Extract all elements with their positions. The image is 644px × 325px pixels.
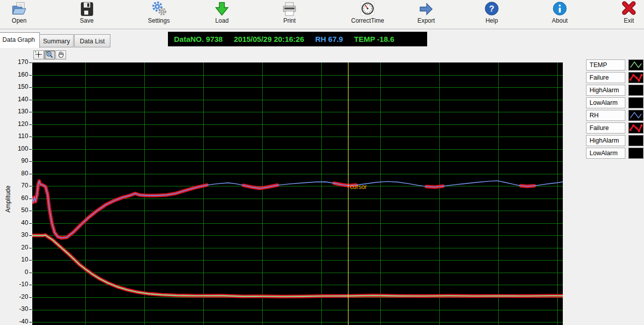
legend-label-highalarm-6[interactable]: HighAlarm [586, 135, 625, 146]
y-tick-mark [29, 75, 32, 76]
status-temp: TEMP -18.6 [354, 35, 394, 43]
y-tick-label: -40 [6, 318, 28, 325]
y-tick-mark [29, 174, 32, 174]
y-tick-label: 20 [6, 244, 28, 251]
help-label: Help [469, 17, 514, 24]
legend-sample-highalarm-6[interactable] [628, 135, 643, 146]
settings-button[interactable]: Settings [136, 1, 182, 24]
y-tick-mark [29, 186, 32, 186]
y-tick-label: 110 [6, 133, 28, 140]
curves-svg [32, 62, 563, 325]
y-tick-mark [29, 322, 32, 322]
correct-time-button[interactable]: CorrectTime [345, 1, 390, 24]
y-tick-label: 0 [6, 269, 28, 276]
exit-button[interactable]: Exit [606, 1, 644, 24]
open-button[interactable]: Open [0, 1, 42, 24]
gauge-clock-icon [345, 1, 390, 17]
info-circle-icon [537, 1, 582, 17]
hand-pan-icon [56, 52, 65, 59]
y-tick-label: 90 [6, 157, 28, 164]
y-tick-label: 30 [6, 231, 28, 238]
print-button[interactable]: Print [267, 1, 312, 24]
y-tick-mark [29, 260, 32, 261]
zoom-tool-button[interactable] [44, 50, 55, 59]
legend-sample-failure-5[interactable] [628, 122, 643, 134]
toolbar: Open Save Settings Load [0, 0, 644, 29]
legend-line-icon [629, 60, 643, 70]
legend-sample-lowalarm-3[interactable] [628, 97, 643, 108]
y-tick-label: 120 [6, 120, 28, 127]
y-tick-mark [29, 223, 32, 224]
legend-label-lowalarm-3[interactable]: LowAlarm [586, 97, 625, 108]
y-tick-mark [29, 235, 32, 236]
y-tick-label: 130 [6, 108, 28, 115]
load-button[interactable]: Load [199, 1, 245, 24]
legend-sample-rh-4[interactable] [628, 110, 643, 121]
cursor-label: cursor [350, 183, 367, 190]
load-label: Load [199, 17, 245, 24]
save-button[interactable]: Save [64, 1, 109, 24]
y-tick-label: 10 [6, 256, 28, 263]
red-x-icon [606, 1, 644, 17]
y-tick-mark [29, 87, 32, 88]
y-tick-label: 80 [6, 170, 28, 177]
plot-area[interactable]: cursor [32, 62, 563, 325]
y-tick-mark [29, 112, 32, 112]
magnifier-zoom-icon [45, 52, 54, 59]
crosshair-tool-button[interactable] [33, 50, 44, 59]
temp-curve [32, 235, 563, 297]
export-label: Export [403, 17, 449, 24]
y-tick-mark [29, 161, 32, 162]
y-tick-label: 140 [6, 96, 28, 103]
legend-label-lowalarm-7[interactable]: LowAlarm [586, 148, 625, 159]
about-button[interactable]: About [537, 1, 582, 24]
app-window: Open Save Settings Load [0, 0, 644, 325]
y-tick-label: 160 [6, 71, 28, 78]
y-tick-label: 60 [6, 194, 28, 202]
y-tick-mark [29, 199, 32, 199]
legend-sample-temp-0[interactable] [628, 59, 643, 71]
print-label: Print [267, 17, 312, 24]
y-tick-mark [29, 273, 32, 273]
cursor-line[interactable] [348, 62, 348, 325]
legend-label-failure-1[interactable]: Failure [586, 72, 625, 83]
floppy-disk-icon [64, 1, 109, 17]
y-tick-mark [29, 211, 32, 211]
y-tick-label: 40 [6, 219, 28, 226]
legend-label-highalarm-2[interactable]: HighAlarm [586, 85, 625, 96]
legend-sample-lowalarm-7[interactable] [628, 148, 643, 159]
y-tick-label: -30 [6, 305, 28, 312]
pan-tool-button[interactable] [55, 50, 66, 59]
open-label: Open [0, 17, 42, 24]
legend-sample-failure-1[interactable] [628, 72, 643, 83]
y-tick-label: 150 [6, 83, 28, 90]
y-tick-label: -10 [6, 281, 28, 288]
open-folder-icon [0, 1, 42, 17]
legend-failure-icon [629, 73, 643, 83]
status-rh: RH 67.9 [315, 35, 343, 43]
about-label: About [537, 17, 582, 24]
question-circle-icon: ? [469, 1, 514, 17]
y-tick-label: 70 [6, 182, 28, 189]
tab-summary[interactable]: Summary [39, 34, 74, 47]
legend-label-rh-4[interactable]: RH [586, 110, 625, 121]
y-tick-mark [29, 124, 32, 125]
y-tick-label: 170 [6, 58, 28, 66]
status-banner: DataNO. 9738 2015/05/29 20:16:26 RH 67.9… [168, 32, 427, 46]
y-tick-mark [29, 62, 32, 63]
crosshair-icon [34, 52, 43, 59]
legend-label-temp-0[interactable]: TEMP [586, 59, 625, 71]
tab-data-list[interactable]: Data List [74, 34, 110, 47]
legend-sample-highalarm-2[interactable] [628, 85, 643, 96]
y-tick-label: 100 [6, 145, 28, 152]
correct-time-label: CorrectTime [345, 17, 390, 24]
save-label: Save [64, 17, 109, 24]
y-tick-mark [29, 297, 32, 298]
y-tick-label: -20 [6, 293, 28, 300]
tab-data-graph[interactable]: Data Graph [0, 32, 40, 48]
help-button[interactable]: ? Help [469, 1, 514, 24]
legend-label-failure-5[interactable]: Failure [586, 122, 625, 134]
export-button[interactable]: Export [403, 1, 449, 24]
legend-failure-icon [629, 123, 643, 133]
settings-label: Settings [136, 17, 182, 24]
